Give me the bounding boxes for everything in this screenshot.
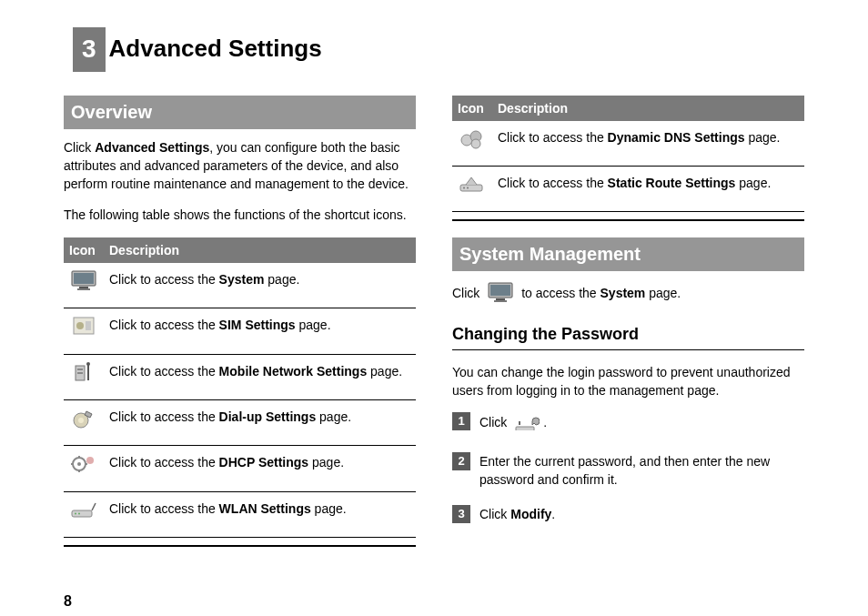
- table-row: Click to access the WLAN Settings page.: [64, 491, 416, 537]
- text: page.: [264, 272, 299, 287]
- shortcut-icons-table: Icon Description Click to access the Sys…: [64, 237, 416, 538]
- divider: [64, 545, 416, 547]
- monitor-icon: [70, 268, 97, 292]
- text-bold: Static Route Settings: [608, 176, 736, 190]
- text-bold: Modify: [510, 507, 551, 521]
- text: page.: [735, 176, 771, 190]
- text: page.: [311, 501, 347, 516]
- step-number: 3: [452, 505, 470, 523]
- text-bold: System: [601, 287, 646, 301]
- section-system-management: System Management: [452, 237, 804, 271]
- text-bold: Dynamic DNS Settings: [608, 130, 745, 145]
- text-bold: WLAN Settings: [219, 501, 311, 516]
- left-column: Overview Click Advanced Settings, you ca…: [64, 96, 416, 563]
- text-bold: SIM Settings: [219, 318, 296, 332]
- subhead-changing-password: Changing the Password: [452, 322, 804, 346]
- text-bold: Mobile Network Settings: [219, 364, 368, 379]
- text: page.: [296, 318, 331, 332]
- dhcp-icon: [70, 451, 97, 475]
- step-number: 2: [452, 452, 470, 470]
- monitor-icon: [487, 280, 514, 308]
- chapter-title: Advanced Settings: [109, 32, 322, 66]
- th-description: Description: [492, 96, 804, 121]
- text: page.: [745, 130, 781, 145]
- table-row: Click to access the Static Route Setting…: [452, 167, 804, 212]
- table-row: Click to access the System page.: [64, 263, 416, 308]
- wlan-icon: [70, 498, 97, 521]
- changepw-paragraph: You can change the login password to pre…: [452, 363, 804, 400]
- text: page.: [645, 287, 681, 301]
- th-description: Description: [104, 237, 416, 263]
- text: Click to access the: [109, 455, 219, 470]
- text: Click: [64, 140, 95, 155]
- table-row: Click to access the Dynamic DNS Settings…: [452, 121, 804, 167]
- text: Click to access the: [498, 176, 608, 190]
- shortcut-icons-table-2: Icon Description Click to access the Dyn…: [452, 96, 804, 213]
- text: Click: [452, 287, 483, 301]
- text: Click to access the: [109, 364, 219, 379]
- right-column: Icon Description Click to access the Dyn…: [452, 96, 804, 563]
- chapter-number: 3: [73, 27, 106, 72]
- table-row: Click to access the Dial-up Settings pag…: [64, 399, 416, 445]
- text: Click to access the: [109, 318, 219, 332]
- dialup-icon: [70, 406, 97, 429]
- text: page.: [367, 364, 402, 379]
- text-bold: DHCP Settings: [219, 455, 309, 470]
- ddns-icon: [459, 126, 486, 150]
- section-overview: Overview: [64, 96, 416, 129]
- text-bold: Advanced Settings: [95, 140, 209, 155]
- text: .: [551, 507, 555, 521]
- step-item: 3 Click Modify.: [452, 505, 804, 523]
- chapter-header: 3 Advanced Settings: [73, 27, 804, 72]
- sim-icon: [70, 314, 97, 338]
- text: page.: [316, 409, 351, 424]
- text: Click to access the: [498, 130, 608, 145]
- route-icon: [459, 172, 486, 196]
- divider: [452, 349, 804, 350]
- text: to access the: [521, 287, 600, 301]
- table-row: Click to access the Mobile Network Setti…: [64, 354, 416, 399]
- table-row: Click to access the SIM Settings page.: [64, 308, 416, 354]
- overview-paragraph-2: The following table shows the functions …: [64, 206, 416, 224]
- text: Click: [479, 416, 510, 430]
- table-row: Click to access the DHCP Settings page.: [64, 446, 416, 491]
- text: Click to access the: [109, 501, 219, 516]
- text: Enter the current password, and then ent…: [479, 454, 770, 487]
- divider: [452, 219, 804, 221]
- step-item: 2 Enter the current password, and then e…: [452, 452, 804, 490]
- step-item: 1 Click .: [452, 412, 804, 435]
- wrench-icon: [514, 412, 540, 435]
- text: Click to access the: [109, 409, 219, 424]
- system-access-line: Click to access the System page.: [452, 280, 804, 308]
- overview-paragraph-1: Click Advanced Settings, you can configu…: [64, 138, 416, 194]
- text-bold: System: [219, 272, 265, 287]
- page-number: 8: [64, 591, 804, 611]
- text: Click to access the: [109, 272, 219, 287]
- step-number: 1: [452, 412, 470, 430]
- th-icon: Icon: [64, 237, 104, 263]
- text: Click: [479, 507, 510, 521]
- th-icon: Icon: [452, 96, 492, 121]
- antenna-icon: [70, 360, 97, 384]
- text: .: [543, 416, 547, 430]
- text: page.: [308, 455, 344, 470]
- text-bold: Dial-up Settings: [219, 409, 317, 424]
